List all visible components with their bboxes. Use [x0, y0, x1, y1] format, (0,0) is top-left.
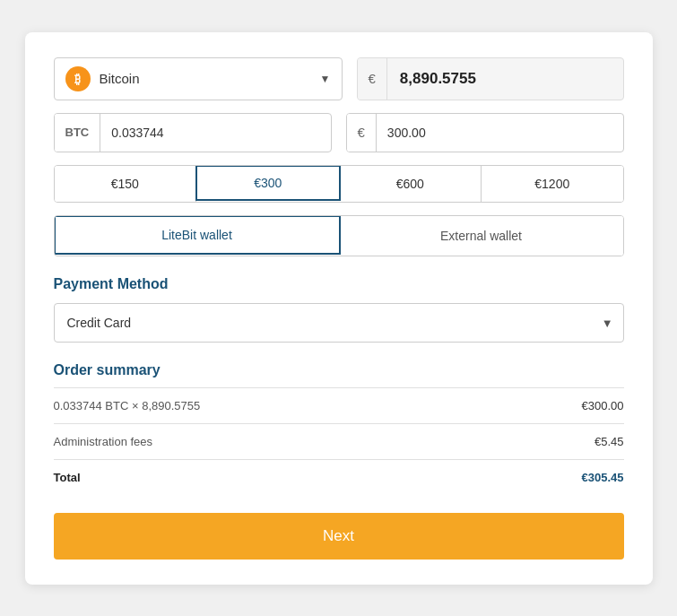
order-total-amount: €305.45 [582, 471, 624, 484]
crypto-selector[interactable]: ₿ Bitcoin ▼ [54, 57, 343, 100]
order-fees-label: Administration fees [54, 435, 153, 448]
crypto-name: Bitcoin [100, 71, 311, 86]
order-row-btc: 0.033744 BTC × 8,890.5755 €300.00 [54, 388, 624, 424]
wallet-tabs: LiteBit wallet External wallet [54, 215, 624, 256]
main-card: ₿ Bitcoin ▼ € 8,890.5755 BTC € €150 €300… [25, 32, 653, 585]
euro-amount-group: € [346, 113, 624, 152]
payment-method-select[interactable]: Credit Card Bank Transfer iDEAL [54, 303, 624, 343]
amount-btn-300[interactable]: €300 [195, 165, 341, 201]
amount-buttons-group: €150 €300 €600 €1200 [54, 165, 624, 203]
next-button[interactable]: Next [54, 513, 624, 560]
euro-input[interactable] [377, 126, 623, 140]
price-value: 8,890.5755 [387, 70, 489, 88]
payment-method-wrapper: Credit Card Bank Transfer iDEAL ▼ [54, 303, 624, 343]
price-display: € 8,890.5755 [357, 57, 624, 100]
dropdown-arrow-icon: ▼ [320, 73, 331, 85]
order-total-label: Total [54, 471, 81, 484]
amount-btn-1200[interactable]: €1200 [482, 166, 623, 202]
order-summary-title: Order summary [54, 362, 624, 378]
litebit-wallet-tab[interactable]: LiteBit wallet [54, 215, 341, 255]
amount-btn-150[interactable]: €150 [55, 166, 197, 202]
bitcoin-icon: ₿ [65, 66, 91, 91]
order-summary: 0.033744 BTC × 8,890.5755 €300.00 Admini… [54, 387, 624, 495]
amount-btn-600[interactable]: €600 [340, 166, 482, 202]
order-btc-amount: €300.00 [582, 399, 624, 412]
order-row-total: Total €305.45 [54, 460, 624, 495]
btc-label: BTC [55, 114, 101, 152]
external-wallet-tab[interactable]: External wallet [340, 216, 623, 256]
price-euro-sign: € [358, 58, 387, 100]
order-row-fees: Administration fees €5.45 [54, 424, 624, 460]
euro-prefix-sign: € [347, 114, 377, 152]
btc-input[interactable] [100, 126, 330, 140]
btc-amount-group: BTC [54, 113, 332, 152]
payment-section-title: Payment Method [54, 276, 624, 292]
order-btc-label: 0.033744 BTC × 8,890.5755 [54, 399, 201, 412]
order-fees-amount: €5.45 [595, 435, 624, 448]
